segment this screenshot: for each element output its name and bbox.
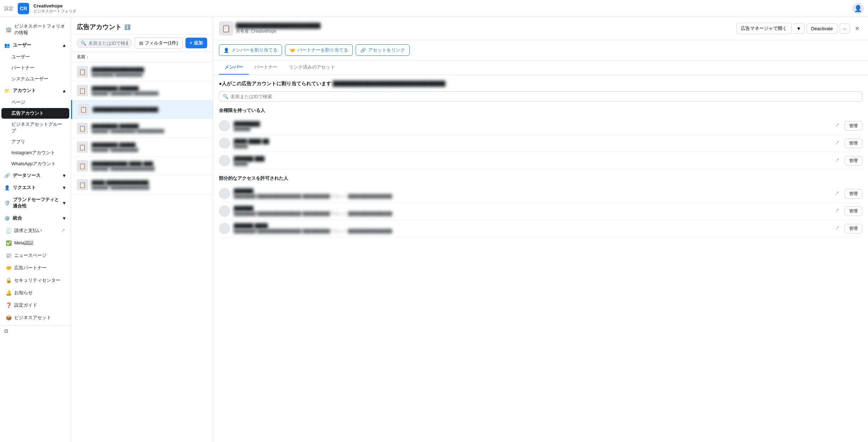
member-name: ██████ ████ bbox=[234, 223, 828, 228]
sidebar-item-notice[interactable]: 🔔 お知らせ bbox=[1, 287, 69, 299]
sidebar-item-billing[interactable]: 🧾 請求と支払い ↗ bbox=[1, 225, 69, 237]
list-item[interactable]: 📋 ████████████████ ████████ ██████████ bbox=[71, 63, 213, 81]
partner-add-icon: 🤝 bbox=[290, 48, 295, 53]
sidebar-item-ad-partner[interactable]: 🤝 広告パートナー bbox=[1, 262, 69, 274]
sidebar-item-users[interactable]: ユーザー bbox=[1, 52, 69, 62]
link-asset-button[interactable]: 🔗 アセットをリンク bbox=[356, 44, 410, 56]
sidebar-item-news[interactable]: 📰 ニュースページ bbox=[1, 249, 69, 262]
sidebar-item-business-asset-group[interactable]: ビジネスアセットグループ bbox=[1, 119, 69, 136]
sidebar-item-ad-account[interactable]: 広告アカウント bbox=[1, 108, 69, 119]
sidebar-item-security[interactable]: 🔒 セキュリティセンター bbox=[1, 274, 69, 286]
more-options-button[interactable]: ··· bbox=[840, 23, 850, 34]
user-avatar[interactable]: 👤 bbox=[852, 3, 864, 14]
manage-button[interactable]: 管理 bbox=[845, 156, 862, 166]
detail-panel: 📋 ████████████████████████ 所有者: Creative… bbox=[213, 17, 868, 442]
search-box[interactable]: 🔍 bbox=[77, 39, 132, 48]
member-actions: ↗ 管理 bbox=[832, 139, 862, 148]
member-avatar bbox=[219, 120, 230, 131]
ext-link-button[interactable]: ↗ bbox=[832, 121, 842, 130]
close-button[interactable]: ✕ bbox=[852, 23, 862, 34]
add-button[interactable]: + 追加 bbox=[185, 38, 207, 48]
sidebar-portfolio-label: ビジネスポートフォリオの情報 bbox=[14, 23, 65, 36]
account-icon: 📁 bbox=[4, 88, 10, 93]
sidebar-item-app[interactable]: アプリ bbox=[1, 136, 69, 147]
ad-partner-icon: 🤝 bbox=[6, 265, 11, 271]
sidebar-group-integration[interactable]: ⚙️ 統合 ▼ bbox=[0, 212, 71, 224]
ext-link-button[interactable]: ↗ bbox=[832, 189, 842, 198]
sidebar-item-whatsapp[interactable]: WhatsAppアカウント bbox=[1, 158, 69, 169]
sidebar-item-instagram[interactable]: Instagramアカウント bbox=[1, 147, 69, 158]
manage-button[interactable]: 管理 bbox=[845, 139, 862, 148]
search-icon: 🔍 bbox=[81, 41, 86, 46]
open-dropdown-button[interactable]: ▼ bbox=[794, 23, 804, 34]
sidebar-item-partners[interactable]: パートナー bbox=[1, 63, 69, 73]
list-item[interactable]: 📋 ████████ █████ ██████: ██████████ bbox=[71, 138, 213, 157]
sidebar-group-request[interactable]: 👤 リクエスト ▼ bbox=[0, 182, 71, 194]
manage-button[interactable]: 管理 bbox=[845, 224, 862, 233]
sidebar-item-portfolio-info[interactable]: 🏢 ビジネスポートフォリオの情報 bbox=[1, 20, 69, 39]
manage-button[interactable]: 管理 bbox=[845, 206, 862, 216]
list-item[interactable]: 📋 ████████ ██████ ██████: █████████ ████… bbox=[71, 119, 213, 138]
member-info: ██████ ████████ ████████████████ ███████… bbox=[234, 206, 828, 216]
sidebar-item-system-users[interactable]: システムユーザー bbox=[1, 74, 69, 84]
list-item-name: ████████ █████ bbox=[92, 142, 207, 148]
member-search-input[interactable] bbox=[231, 94, 858, 99]
sidebar-group-account[interactable]: 📁 アカウント ▲ bbox=[0, 85, 71, 97]
assign-member-button[interactable]: 👤 メンバーを割り当てる bbox=[219, 44, 282, 56]
ext-link-button[interactable]: ↗ bbox=[832, 139, 842, 148]
list-item[interactable]: 📋 ███████████ ████ ███ ██████: █████████… bbox=[71, 157, 213, 176]
sidebar-item-guide[interactable]: ❓ 設定ガイド bbox=[1, 299, 69, 311]
ext-link-button[interactable]: ↗ bbox=[832, 206, 842, 216]
sidebar-collapse-btn[interactable]: ⊡ bbox=[0, 325, 71, 336]
partial-member-desc: ████████ ████████████████ ██████████ アセッ… bbox=[234, 194, 828, 199]
list-item-icon: 📋 bbox=[77, 123, 88, 134]
assign-partner-button[interactable]: 🤝 パートナーを割り当てる bbox=[285, 44, 353, 56]
member-actions: ↗ 管理 bbox=[832, 189, 862, 199]
topbar-company: Creativehope ビジネスポートフォリオ bbox=[33, 3, 76, 14]
member-info: ████ ████ ██ █████ bbox=[234, 139, 828, 148]
member-search-box[interactable]: 🔍 bbox=[219, 91, 862, 102]
search-input[interactable] bbox=[88, 41, 128, 46]
sidebar-group-brand[interactable]: 🛡️ ブランドセーフティと適合性 ▼ bbox=[0, 194, 71, 212]
sort-icon: ↕ bbox=[87, 55, 88, 59]
business-asset-icon: 📦 bbox=[6, 315, 11, 320]
member-actions: ↗ 管理 bbox=[832, 224, 862, 233]
sidebar-group-users[interactable]: 👥 ユーザー ▲ bbox=[0, 39, 71, 51]
ext-link-button[interactable]: ↗ bbox=[832, 224, 842, 233]
col-name-label: 名前 bbox=[77, 54, 85, 60]
detail-header-info: ████████████████████████ 所有者: Creativeho… bbox=[236, 23, 733, 34]
filter-button[interactable]: ⊟ フィルター(1件) bbox=[135, 37, 183, 49]
tab-members[interactable]: メンバー bbox=[219, 60, 249, 75]
manage-button[interactable]: 管理 bbox=[845, 189, 862, 199]
member-info: ██████ ████████ ████████████████ ███████… bbox=[234, 188, 828, 199]
open-in-ads-manager-button[interactable]: 広告マネージャで開く bbox=[736, 23, 792, 34]
list-item-content: ████████ ██████ ██████: ████████ ███████… bbox=[92, 86, 207, 96]
members-count: ●人がこの広告アカウントに割り当てられています ████████████████… bbox=[219, 81, 862, 87]
deactivate-button[interactable]: Deactivate bbox=[807, 23, 837, 34]
list-item[interactable]: 📋 ████ █████████████ ██████: ███████████… bbox=[71, 176, 213, 194]
topbar: 設定 CR Creativehope ビジネスポートフォリオ 👤 bbox=[0, 0, 868, 17]
sidebar-item-business-asset[interactable]: 📦 ビジネスアセット bbox=[1, 312, 69, 324]
member-name: ████████ bbox=[234, 121, 828, 126]
manage-button[interactable]: 管理 bbox=[845, 121, 862, 131]
list-item-icon: 📋 bbox=[77, 66, 88, 77]
ext-link-button[interactable]: ↗ bbox=[832, 156, 842, 165]
tab-partners[interactable]: パートナー bbox=[249, 60, 283, 75]
sidebar-group-datasource[interactable]: 🔗 データソース ▼ bbox=[0, 169, 71, 182]
list-item[interactable]: 📋 ████████ ██████ ██████: ████████ █████… bbox=[71, 81, 213, 100]
tab-linked-assets[interactable]: リンク済みのアセット bbox=[283, 60, 341, 75]
sidebar-item-page[interactable]: ページ bbox=[1, 97, 69, 108]
sidebar-item-meta-auth[interactable]: ✅ Meta認証 bbox=[1, 237, 69, 249]
list-item-icon: 📋 bbox=[77, 141, 88, 153]
member-avatar bbox=[219, 205, 230, 217]
person-add-icon: 👤 bbox=[223, 48, 229, 53]
member-name: ██████ bbox=[234, 188, 828, 194]
member-actions: ↗ 管理 bbox=[832, 156, 862, 166]
member-name: ████ ████ ██ bbox=[234, 139, 828, 144]
security-icon: 🔒 bbox=[6, 277, 11, 283]
list-item-name: ████████ ██████ bbox=[92, 124, 207, 129]
list-item[interactable]: 📋 ████████████████████ bbox=[71, 100, 213, 119]
request-icon: 👤 bbox=[4, 185, 10, 190]
filter-icon: ⊟ bbox=[139, 41, 143, 46]
list-panel-header: 広告アカウント ℹ️ bbox=[71, 17, 213, 34]
